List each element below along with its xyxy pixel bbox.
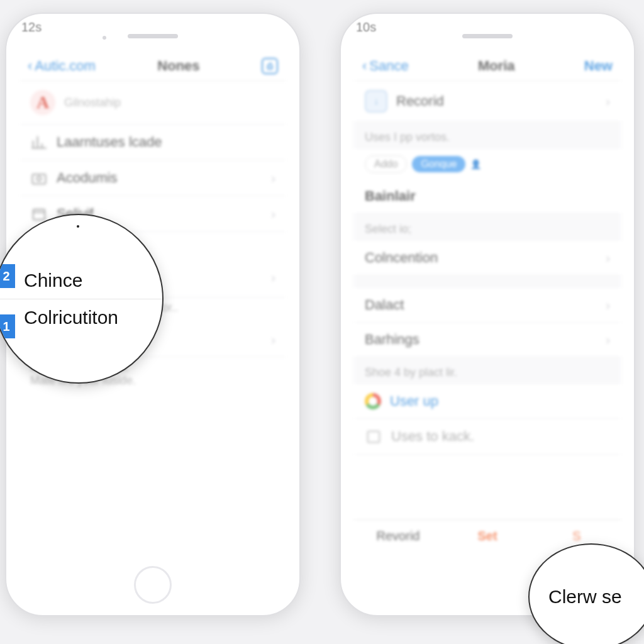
chevron-right-icon: ›: [606, 333, 610, 347]
brand-row: A Gilnostahip: [19, 81, 287, 125]
phone-right: 10s ‹ Sance Moria New ↓ Recorid › Uses I…: [340, 13, 635, 616]
person-icon: 👤: [470, 159, 481, 169]
back-label: Autic.com: [35, 58, 96, 74]
chevron-right-icon: ›: [271, 171, 275, 186]
tab-set[interactable]: Set: [443, 520, 532, 552]
recorid-label: Recorid: [396, 93, 597, 109]
recorid-row[interactable]: ↓ Recorid ›: [353, 81, 621, 122]
svg-point-1: [37, 177, 42, 181]
list-item[interactable]: Barhings ›: [353, 323, 621, 357]
navbar: ‹ Sance Moria New: [353, 52, 621, 81]
list-item[interactable]: Acodumis ›: [19, 160, 287, 196]
camera-dot: [103, 36, 106, 40]
section-header: Uses I pp vortos.: [353, 122, 621, 149]
item-label: Colncention: [365, 250, 597, 266]
section-header: Select io;: [353, 214, 621, 241]
chrome-icon: [365, 393, 381, 409]
chevron-right-icon: ›: [606, 251, 610, 265]
nav-title: Moria: [478, 58, 515, 74]
camera-icon: [30, 169, 48, 187]
magnifier-1: 2 1 Chince Colricutiton: [0, 214, 164, 384]
back-button[interactable]: ‹ Sance: [362, 58, 409, 74]
mag-text: Clerw se: [530, 579, 644, 615]
chart-icon: [30, 133, 48, 151]
nav-title: Nones: [157, 58, 199, 74]
list-item[interactable]: Laarntuses lcade: [19, 125, 287, 160]
recorid-icon: ↓: [365, 90, 387, 113]
item-label: Laarntuses lcade: [57, 134, 275, 150]
pill-addo[interactable]: Addo: [365, 155, 407, 173]
userup-label: User up: [390, 393, 610, 409]
dot-icon: [77, 225, 79, 228]
item-label: Barhings: [365, 331, 597, 348]
svg-rect-2: [33, 209, 45, 219]
chevron-right-icon: ›: [271, 207, 275, 221]
svg-rect-3: [368, 431, 380, 443]
nav-action-icon[interactable]: ⎙: [262, 58, 278, 74]
userup-row[interactable]: User up: [353, 384, 621, 419]
list-item[interactable]: Dalact ›: [353, 288, 621, 323]
brand-avatar-icon: A: [30, 90, 55, 115]
brand-subtitle: Gilnostahip: [64, 96, 121, 109]
pill-row: Addo Gonque 👤: [353, 149, 621, 179]
tab-revorid[interactable]: Revorid: [353, 520, 443, 552]
list-item[interactable]: Colncention ›: [353, 241, 621, 275]
screen-right: ‹ Sance Moria New ↓ Recorid › Uses I pp …: [353, 52, 621, 552]
useskack-label: Uses to kack.: [391, 428, 610, 445]
section-header: Shoe 4 by plact lir.: [353, 357, 621, 384]
chevron-right-icon: ›: [606, 298, 610, 313]
item-label: Acodumis: [57, 170, 262, 186]
badge-1: 1: [0, 314, 15, 338]
back-label: Sance: [369, 58, 408, 74]
item-label: Dalact: [365, 297, 597, 313]
chevron-right-icon: ›: [606, 94, 610, 109]
navbar: ‹ Autic.com Nones ⎙: [19, 52, 287, 81]
pill-gonque[interactable]: Gonque: [412, 156, 465, 172]
chevron-right-icon: ›: [271, 270, 275, 285]
back-button[interactable]: ‹ Autic.com: [28, 58, 96, 74]
chevron-left-icon: ‹: [28, 58, 32, 74]
bainlair-row[interactable]: Bainlair: [353, 179, 621, 214]
status-time: 12s: [21, 20, 42, 35]
spacer: [353, 275, 621, 288]
home-button[interactable]: [134, 566, 172, 604]
mag-item-colricutiton[interactable]: Colricutiton: [0, 299, 162, 336]
chevron-left-icon: ‹: [362, 58, 367, 74]
chevron-right-icon: ›: [271, 333, 275, 347]
bainlair-label: Bainlair: [365, 188, 610, 204]
speaker: [128, 34, 178, 38]
useskack-row[interactable]: Uses to kack.: [353, 419, 621, 455]
mag-item-chince[interactable]: Chince: [0, 262, 162, 299]
status-time: 10s: [356, 20, 376, 35]
new-button[interactable]: New: [584, 58, 613, 74]
svg-rect-0: [33, 174, 46, 184]
speaker: [462, 34, 513, 38]
box-icon: [365, 428, 382, 445]
badge-2: 2: [0, 264, 15, 288]
